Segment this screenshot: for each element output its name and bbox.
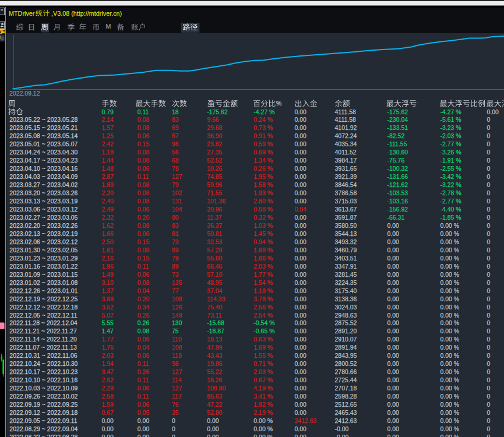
svg-text:0.00: 0.00 (387, 385, 400, 392)
svg-text:2023.02.06 ~ 2023.02.12: 2023.02.06 ~ 2023.02.12 (9, 238, 77, 245)
svg-text:83: 83 (172, 116, 179, 123)
svg-text:2512.65: 2512.65 (335, 401, 357, 408)
svg-text:-3.22 %: -3.22 % (440, 181, 461, 188)
svg-text:96: 96 (172, 140, 179, 147)
svg-text:2022.10.24 ~ 2022.10.30: 2022.10.24 ~ 2022.10.30 (9, 360, 77, 367)
svg-text:-0.54 %: -0.54 % (253, 319, 274, 326)
svg-text:0.00: 0.00 (387, 255, 400, 262)
svg-text:2725.44: 2725.44 (335, 376, 357, 383)
svg-text:-103.16: -103.16 (387, 198, 408, 205)
svg-text:1.68 %: 1.68 % (253, 246, 273, 253)
svg-text:2023.03.13 ~ 2023.03.19: 2023.03.13 ~ 2023.03.19 (9, 198, 77, 205)
svg-text:0.00: 0.00 (387, 304, 400, 311)
svg-text:4.19 %: 4.19 % (253, 385, 273, 392)
svg-text:1.25: 1.25 (102, 132, 114, 139)
svg-text:57.10: 57.10 (207, 271, 222, 278)
svg-text:75.40: 75.40 (207, 304, 222, 311)
svg-text:73: 73 (172, 238, 179, 245)
svg-text:127: 127 (172, 173, 182, 180)
svg-text:0.06: 0.06 (138, 230, 150, 237)
svg-text:0.08: 0.08 (138, 181, 150, 188)
svg-text:66.46: 66.46 (207, 263, 222, 270)
svg-text:2465.43: 2465.43 (335, 409, 357, 416)
svg-text:0.08: 0.08 (138, 198, 150, 205)
svg-text:-131.66: -131.66 (387, 173, 408, 180)
svg-text:32.53: 32.53 (207, 238, 222, 245)
svg-text:3715.03: 3715.03 (335, 198, 357, 205)
svg-text:4111.58: 4111.58 (335, 108, 357, 115)
svg-text:0.08: 0.08 (138, 327, 150, 334)
svg-text:0.32 %: 0.32 % (253, 214, 273, 221)
svg-text:0.00: 0.00 (138, 434, 150, 437)
svg-text:2023.05.01 ~ 2023.05.07: 2023.05.01 ~ 2023.05.07 (9, 140, 77, 147)
svg-text:2023.04.24 ~ 2023.04.30: 2023.04.24 ~ 2023.04.30 (9, 149, 77, 156)
svg-text:-3.42 %: -3.42 % (440, 173, 461, 180)
svg-text:-103.53: -103.53 (387, 189, 408, 196)
svg-text:1.66: 1.66 (102, 230, 114, 237)
svg-text:0.20: 0.20 (138, 214, 150, 221)
svg-text:2.32: 2.32 (102, 214, 114, 221)
svg-text:1.61: 1.61 (102, 246, 114, 253)
svg-text:2.49: 2.49 (102, 206, 114, 213)
svg-text:0.00: 0.00 (295, 385, 307, 392)
svg-text:2.54 %: 2.54 % (253, 312, 273, 319)
svg-text:79: 79 (172, 181, 179, 188)
svg-text:0.00: 0.00 (295, 230, 307, 237)
svg-text:0.05: 0.05 (138, 409, 150, 416)
svg-text:56: 56 (172, 149, 179, 156)
svg-text:0.08: 0.08 (138, 157, 150, 164)
svg-text:1.48: 1.48 (102, 165, 114, 172)
svg-text:0.00: 0.00 (387, 434, 400, 437)
svg-text:3138.36: 3138.36 (335, 295, 357, 302)
svg-text:3591.87: 3591.87 (335, 214, 357, 221)
svg-text:0: 0 (487, 401, 491, 408)
svg-text:1.89: 1.89 (102, 181, 114, 188)
svg-text:0.00: 0.00 (295, 352, 307, 359)
svg-text:3984.17: 3984.17 (335, 157, 357, 164)
svg-text:2.03: 2.03 (102, 352, 114, 359)
svg-text:55.60: 55.60 (207, 255, 222, 262)
svg-text:0.00: 0.00 (387, 376, 400, 383)
svg-text:2.16: 2.16 (102, 255, 114, 262)
svg-text:1.69 %: 1.69 % (253, 344, 273, 351)
svg-text:3.47: 3.47 (102, 368, 114, 375)
svg-text:77: 77 (172, 287, 179, 294)
svg-text:0.00: 0.00 (295, 393, 307, 400)
svg-text:3493.32: 3493.32 (335, 238, 357, 245)
svg-text:2023.03.20 ~ 2023.03.26: 2023.03.20 ~ 2023.03.26 (9, 189, 77, 196)
svg-text:0.67 %: 0.67 % (253, 376, 273, 383)
svg-text:4035.34: 4035.34 (335, 140, 357, 147)
svg-text:-111.55: -111.55 (387, 140, 407, 147)
svg-text:102: 102 (172, 189, 182, 196)
svg-text:0.06: 0.06 (138, 165, 150, 172)
svg-text:0.00: 0.00 (487, 108, 499, 115)
svg-text:4101.92: 4101.92 (335, 124, 357, 131)
svg-text:0.00 %: 0.00 % (440, 230, 460, 237)
svg-text:2023.04.17 ~ 2023.04.23: 2023.04.17 ~ 2023.04.23 (9, 157, 77, 164)
svg-text:35: 35 (172, 409, 179, 416)
svg-text:-4.27 %: -4.27 % (440, 108, 461, 115)
svg-text:0: 0 (487, 304, 491, 311)
svg-text:9.66: 9.66 (207, 116, 219, 123)
svg-text:0.00 %: 0.00 % (440, 344, 460, 351)
svg-text:0.00: 0.00 (295, 140, 307, 147)
svg-text:4072.24: 4072.24 (335, 132, 357, 139)
svg-text:108: 108 (172, 344, 182, 351)
svg-text:127: 127 (172, 368, 182, 375)
svg-text:2412.63: 2412.63 (295, 417, 317, 424)
svg-text:-3.26 %: -3.26 % (440, 149, 461, 156)
svg-text:%: % (276, 100, 281, 107)
svg-text:-121.62: -121.62 (387, 181, 408, 188)
svg-text:0.00: 0.00 (295, 376, 307, 383)
svg-text:0.00: 0.00 (295, 255, 307, 262)
svg-text:36.90: 36.90 (207, 132, 222, 139)
svg-text:0: 0 (487, 344, 491, 351)
svg-text:2.20: 2.20 (102, 189, 114, 196)
svg-text:0: 0 (487, 385, 491, 392)
svg-text:0.00 %: 0.00 % (440, 287, 460, 294)
svg-text:57.28: 57.28 (207, 246, 222, 253)
svg-text:-156.92: -156.92 (387, 206, 408, 213)
svg-text:0.20: 0.20 (138, 295, 150, 302)
svg-text:0.00: 0.00 (295, 238, 307, 245)
svg-text:0.00: 0.00 (207, 425, 219, 432)
